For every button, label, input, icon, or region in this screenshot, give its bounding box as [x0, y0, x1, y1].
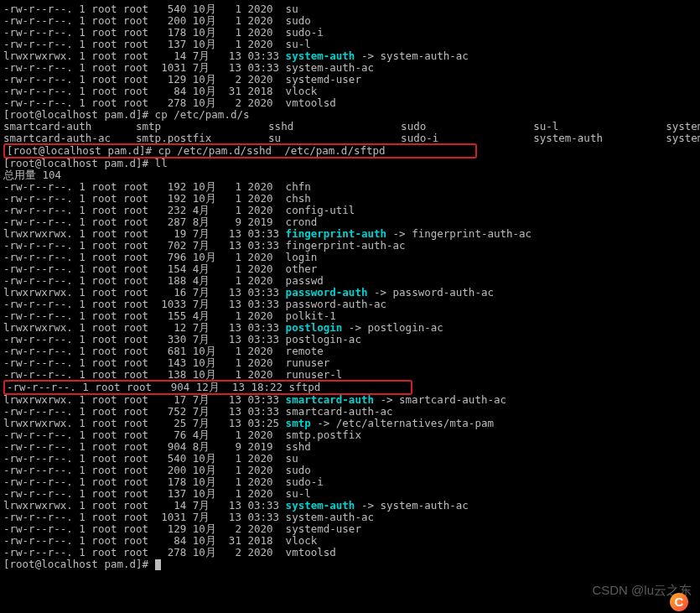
ls-row: -rw-r--r--. 1 root root 192 10月 1 2020 c… [3, 193, 697, 205]
ls-row: lrwxrwxrwx. 1 root root 16 7月 13 03:33 p… [3, 287, 697, 299]
csdn-icon: C [670, 593, 688, 611]
ls-row: -rw-r--r--. 1 root root 702 7月 13 03:33 … [3, 240, 697, 252]
ls-row: -rw-r--r--. 1 root root 540 10月 1 2020 s… [3, 3, 697, 15]
ls-row: -rw-r--r--. 1 root root 540 10月 1 2020 s… [3, 453, 697, 465]
ls-row: -rw-r--r--. 1 root root 154 4月 1 2020 ot… [3, 263, 697, 275]
ls-row: -rw-r--r--. 1 root root 904 8月 9 2019 ss… [3, 441, 697, 453]
ls-row: -rw-r--r--. 1 root root 1031 7月 13 03:33… [3, 62, 697, 74]
ls-row: lrwxrwxrwx. 1 root root 14 7月 13 03:33 s… [3, 50, 697, 62]
ls-row: -rw-r--r--. 1 root root 200 10月 1 2020 s… [3, 465, 697, 476]
prompt-line-highlighted[interactable]: [root@localhost pam.d]# cp /etc/pam.d/ss… [3, 144, 697, 158]
ls-row: lrwxrwxrwx. 1 root root 25 7月 13 03:25 s… [3, 418, 697, 429]
ls-row: lrwxrwxrwx. 1 root root 14 7月 13 03:33 s… [3, 500, 697, 512]
ls-row: -rw-r--r--. 1 root root 178 10月 1 2020 s… [3, 476, 697, 488]
ls-row: -rw-r--r--. 1 root root 330 7月 13 03:33 … [3, 334, 697, 345]
ls-row: -rw-r--r--. 1 root root 76 4月 1 2020 smt… [3, 429, 697, 441]
ls-row: -rw-r--r--. 1 root root 287 8月 9 2019 cr… [3, 216, 697, 228]
ls-row: -rw-r--r--. 1 root root 137 10月 1 2020 s… [3, 488, 697, 500]
ls-row: -rw-r--r--. 1 root root 84 10月 31 2018 v… [3, 86, 697, 97]
ls-row: -rw-r--r--. 1 root root 137 10月 1 2020 s… [3, 39, 697, 50]
ls-row: -rw-r--r--. 1 root root 188 4月 1 2020 pa… [3, 275, 697, 287]
prompt-line[interactable]: [root@localhost pam.d]# ll [3, 158, 697, 169]
total-line: 总用量 104 [3, 169, 697, 181]
ls-row: -rw-r--r--. 1 root root 681 10月 1 2020 r… [3, 345, 697, 357]
prompt-line[interactable]: [root@localhost pam.d]# cp /etc/pam.d/s [3, 109, 697, 121]
ls-row: -rw-r--r--. 1 root root 1031 7月 13 03:33… [3, 512, 697, 523]
ls-row: -rw-r--r--. 1 root root 278 10月 2 2020 v… [3, 547, 697, 558]
ls-row: -rw-r--r--. 1 root root 278 10月 2 2020 v… [3, 97, 697, 109]
ls-row: -rw-r--r--. 1 root root 138 10月 1 2020 r… [3, 369, 697, 381]
tab-completion-row: smartcard-auth-ac smtp.postfix su sudo-i… [3, 132, 697, 144]
ls-row: -rw-r--r--. 1 root root 155 4月 1 2020 po… [3, 310, 697, 322]
ls-row: -rw-r--r--. 1 root root 796 10月 1 2020 l… [3, 252, 697, 263]
ls-row: -rw-r--r--. 1 root root 129 10月 2 2020 s… [3, 523, 697, 535]
prompt-line-cursor[interactable]: [root@localhost pam.d]# [3, 558, 697, 570]
ls-row: -rw-r--r--. 1 root root 129 10月 2 2020 s… [3, 74, 697, 86]
ls-row: -rw-r--r--. 1 root root 1033 7月 13 03:33… [3, 299, 697, 310]
ls-row: -rw-r--r--. 1 root root 752 7月 13 03:33 … [3, 406, 697, 418]
ls-row: lrwxrwxrwx. 1 root root 19 7月 13 03:33 f… [3, 228, 697, 240]
ls-row-highlighted: -rw-r--r--. 1 root root 904 12月 13 18:22… [3, 381, 697, 394]
terminal-output[interactable]: -rw-r--r--. 1 root root 540 10月 1 2020 s… [3, 3, 697, 570]
ls-row: -rw-r--r--. 1 root root 84 10月 31 2018 v… [3, 535, 697, 547]
ls-row: -rw-r--r--. 1 root root 192 10月 1 2020 c… [3, 181, 697, 193]
ls-row: lrwxrwxrwx. 1 root root 17 7月 13 03:33 s… [3, 394, 697, 406]
ls-row: -rw-r--r--. 1 root root 200 10月 1 2020 s… [3, 15, 697, 27]
tab-completion-row: smartcard-auth smtp sshd sudo su-l syste… [3, 121, 697, 132]
ls-row: -rw-r--r--. 1 root root 232 4月 1 2020 co… [3, 205, 697, 216]
ls-row: -rw-r--r--. 1 root root 178 10月 1 2020 s… [3, 27, 697, 39]
cursor-icon [155, 559, 161, 570]
ls-row: -rw-r--r--. 1 root root 143 10月 1 2020 r… [3, 357, 697, 369]
ls-row: lrwxrwxrwx. 1 root root 12 7月 13 03:33 p… [3, 322, 697, 334]
